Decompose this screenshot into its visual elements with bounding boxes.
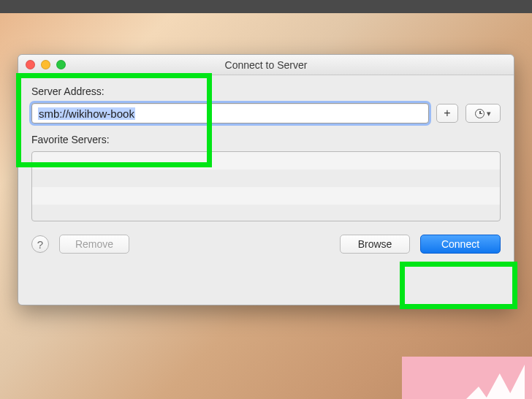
window-title: Connect to Server [225, 59, 308, 71]
favorite-servers-list[interactable] [31, 151, 501, 221]
server-address-label: Server Address: [31, 86, 501, 97]
window-content: Server Address: smb://wikihow-book + ▾ F… [18, 75, 514, 262]
zoom-icon[interactable] [56, 60, 66, 69]
watermark-banner [402, 357, 532, 399]
clock-icon [475, 109, 484, 118]
server-address-value: smb://wikihow-book [38, 107, 135, 120]
chevron-down-icon: ▾ [487, 109, 491, 118]
remove-button: Remove [59, 235, 129, 254]
connect-to-server-window: Connect to Server Server Address: smb://… [18, 54, 514, 305]
favorite-servers-label: Favorite Servers: [31, 134, 501, 145]
help-icon: ? [37, 238, 43, 251]
connect-button[interactable]: Connect [420, 235, 501, 254]
traffic-lights [26, 60, 66, 69]
browse-button[interactable]: Browse [340, 235, 410, 254]
close-icon[interactable] [26, 60, 35, 69]
minimize-icon[interactable] [41, 60, 50, 69]
window-titlebar[interactable]: Connect to Server [18, 55, 514, 75]
server-address-input[interactable]: smb://wikihow-book [31, 103, 429, 123]
history-menu-button[interactable]: ▾ [466, 104, 501, 123]
dialog-button-row: ? Remove Browse Connect [31, 235, 501, 254]
add-favorite-button[interactable]: + [436, 104, 458, 123]
plus-icon: + [444, 107, 450, 120]
help-button[interactable]: ? [31, 235, 49, 253]
server-address-row: smb://wikihow-book + ▾ [31, 103, 501, 123]
menubar-strip [0, 0, 532, 13]
